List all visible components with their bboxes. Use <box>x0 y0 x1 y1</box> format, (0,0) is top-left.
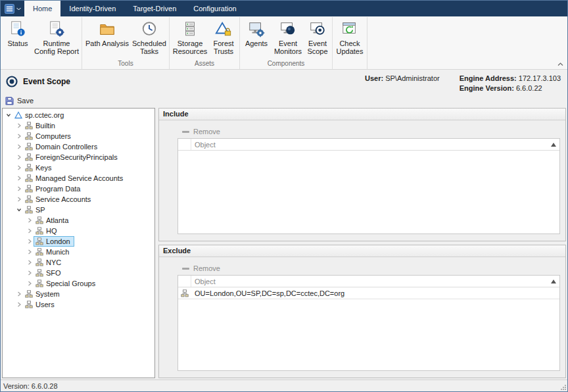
path-analysis-button[interactable]: Path Analysis <box>83 18 131 59</box>
ou-icon <box>24 206 33 214</box>
tab-identity-driven[interactable]: Identity-Driven <box>60 1 124 16</box>
chevron-right-icon[interactable] <box>15 290 23 298</box>
storage-resources-icon <box>180 20 200 38</box>
tree-item-domain-controllers[interactable]: Domain Controllers <box>3 141 154 152</box>
exclude-section-header: Exclude <box>159 245 565 257</box>
forest-trusts-button[interactable]: Forest Trusts <box>209 18 238 59</box>
tree-item-builtin[interactable]: Builtin <box>3 120 154 131</box>
chevron-right-icon[interactable] <box>15 132 23 140</box>
engine-details: Engine Address: 172.17.3.103 Engine Vers… <box>460 74 561 93</box>
ou-icon <box>24 301 33 308</box>
ou-icon <box>24 195 33 203</box>
ribbon-group-updates: Check Updates <box>333 17 367 69</box>
exclude-grid: Object OU=London,OU=SP,DC=sp,DC=cctec,DC… <box>178 275 560 371</box>
storage-resources-button[interactable]: Storage Resources <box>171 18 209 59</box>
include-remove-button[interactable]: Remove <box>178 125 560 138</box>
chevron-down-icon[interactable] <box>15 206 23 214</box>
tree-item-sp[interactable]: SP <box>3 205 154 215</box>
sort-ascending-icon[interactable] <box>551 280 556 283</box>
engine-info: User: SP\Administrator Engine Address: 1… <box>365 70 561 93</box>
event-scope-page-icon <box>6 76 18 87</box>
ou-icon <box>24 164 33 172</box>
directory-tree: sp.cctec.org Builtin Computers Domain Co… <box>2 108 155 378</box>
table-row[interactable]: OU=London,OU=SP,DC=sp,DC=cctec,DC=org <box>178 287 559 299</box>
event-scope-button[interactable]: Event Scope <box>304 18 331 59</box>
runtime-config-report-button[interactable]: Runtime Config Report <box>33 18 80 59</box>
object-column-header: Object <box>191 141 551 149</box>
status-bar: Version: 6.6.0.28 <box>1 380 567 391</box>
collapse-ribbon-button[interactable] <box>557 62 563 66</box>
ou-icon <box>24 122 33 130</box>
save-button[interactable]: Save <box>1 93 567 108</box>
ribbon-group-general: Status Runtime Config Report <box>1 17 82 69</box>
page-header: Event Scope User: SP\Administrator Engin… <box>1 70 567 93</box>
chevron-right-icon[interactable] <box>26 227 34 235</box>
status-button[interactable]: Status <box>3 18 33 59</box>
ou-icon <box>35 216 43 224</box>
tree-item-london[interactable]: London <box>3 236 154 247</box>
chevron-right-icon[interactable] <box>15 153 23 161</box>
sort-ascending-icon[interactable] <box>551 143 556 147</box>
ou-icon <box>24 185 33 193</box>
tree-item-computers[interactable]: Computers <box>3 131 154 141</box>
ou-icon <box>35 227 43 235</box>
event-monitors-icon <box>278 20 298 38</box>
exclude-section: Exclude Remove Object OU=London, <box>158 245 566 378</box>
tree-item-nyc[interactable]: NYC <box>3 257 154 268</box>
tree-item-munich[interactable]: Munich <box>3 247 154 257</box>
ou-icon <box>24 290 33 298</box>
check-updates-button[interactable]: Check Updates <box>334 18 366 59</box>
chevron-down-icon[interactable] <box>5 111 12 119</box>
chevron-right-icon[interactable] <box>26 269 34 277</box>
resize-grip[interactable] <box>559 383 567 391</box>
tree-item-sp-cctec-org[interactable]: sp.cctec.org <box>3 110 154 120</box>
remove-minus-icon <box>182 131 189 133</box>
tab-home[interactable]: Home <box>24 1 60 16</box>
tab-configuration[interactable]: Configuration <box>185 1 245 16</box>
event-monitors-button[interactable]: Event Monitors <box>272 18 304 59</box>
tab-target-driven[interactable]: Target-Driven <box>124 1 185 16</box>
chevron-right-icon[interactable] <box>26 258 34 266</box>
tree-item-hq[interactable]: HQ <box>3 226 154 236</box>
tree-item-atlanta[interactable]: Atlanta <box>3 215 154 226</box>
ribbon-group-label <box>334 59 366 69</box>
tree-item-users[interactable]: Users <box>3 299 154 310</box>
tree-item-keys[interactable]: Keys <box>3 162 154 173</box>
tree-item-system[interactable]: System <box>3 289 154 299</box>
tree-item-special-groups[interactable]: Special Groups <box>3 278 154 289</box>
tree-item-program-data[interactable]: Program Data <box>3 184 154 194</box>
chevron-right-icon[interactable] <box>15 164 23 172</box>
ribbon-group-tools: Path Analysis Scheduled Tasks Tools <box>82 17 170 69</box>
tree-item-service-accounts[interactable]: Service Accounts <box>3 194 154 205</box>
forest-trusts-icon <box>214 20 233 38</box>
exclude-grid-body: OU=London,OU=SP,DC=sp,DC=cctec,DC=org <box>178 287 559 370</box>
chevron-right-icon[interactable] <box>15 122 23 130</box>
scope-panels: Include Remove Object Exclude <box>158 108 566 378</box>
chevron-right-icon[interactable] <box>26 248 34 256</box>
chevron-down-icon <box>16 7 21 11</box>
tree-item-sfo[interactable]: SFO <box>3 268 154 278</box>
include-grid-header[interactable]: Object <box>178 139 559 151</box>
domain-icon <box>14 111 22 119</box>
exclude-remove-button[interactable]: Remove <box>178 262 560 275</box>
exclude-grid-header[interactable]: Object <box>178 276 559 287</box>
chevron-right-icon[interactable] <box>15 174 23 182</box>
chevron-right-icon[interactable] <box>26 237 34 245</box>
app-menu-button[interactable] <box>1 1 24 16</box>
include-section-header: Include <box>159 109 565 120</box>
agents-button[interactable]: Agents <box>241 18 272 59</box>
chevron-right-icon[interactable] <box>15 301 23 308</box>
tree-item-foreignsecurityprincipals[interactable]: ForeignSecurityPrincipals <box>3 152 154 162</box>
status-icon <box>8 20 28 38</box>
chevron-right-icon[interactable] <box>26 216 34 224</box>
scheduled-tasks-button[interactable]: Scheduled Tasks <box>131 18 168 59</box>
tree-item-managed-service-accounts[interactable]: Managed Service Accounts <box>3 173 154 184</box>
chevron-right-icon[interactable] <box>15 143 23 151</box>
page-title: Event Scope <box>23 77 70 86</box>
ribbon-group-label: Tools <box>83 59 168 69</box>
ribbon-group-label <box>3 59 80 69</box>
chevron-right-icon[interactable] <box>15 195 23 203</box>
chevron-right-icon[interactable] <box>15 185 23 193</box>
include-grid-body[interactable] <box>178 151 559 233</box>
chevron-right-icon[interactable] <box>26 280 34 287</box>
